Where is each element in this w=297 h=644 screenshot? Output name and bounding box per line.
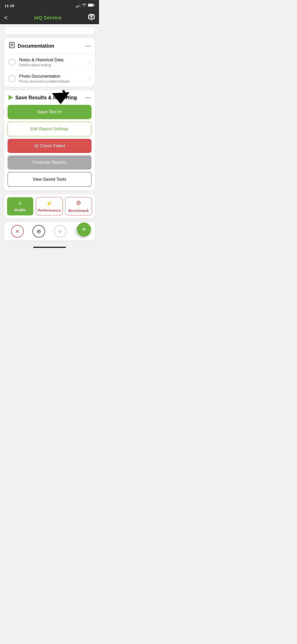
photo-label: Photo Documentation xyxy=(19,74,86,79)
bottom-nav-gauge[interactable] xyxy=(31,225,46,238)
nav-bar: < mQ Service xyxy=(0,11,99,24)
back-button[interactable]: < xyxy=(4,14,8,21)
nav-title: mQ Service xyxy=(34,15,61,21)
battery-icon xyxy=(88,3,94,8)
save-results-collapse[interactable]: — xyxy=(85,94,90,101)
documentation-title: Documentation xyxy=(18,43,54,49)
performance-tab-label: Performance xyxy=(38,208,61,212)
gauge-icon-circle xyxy=(32,225,45,238)
notes-item[interactable]: Notes & Historical Data Details about te… xyxy=(4,54,95,70)
performance-icon: ⚡ xyxy=(46,201,52,207)
benchmark-tab-label: Benchmark xyxy=(68,208,89,213)
documentation-card: Documentation — Notes & Historical Data … xyxy=(4,38,95,87)
svg-rect-2 xyxy=(94,5,94,6)
documentation-collapse-icon[interactable]: — xyxy=(85,43,90,49)
notes-label: Notes & Historical Data xyxy=(19,57,86,62)
tab-performance[interactable]: ⚡ Performance xyxy=(36,197,62,215)
save-results-card: Save Results & Reporting — Save Test In … xyxy=(4,90,95,191)
bottom-nav-signal[interactable] xyxy=(53,225,68,238)
tab-bar-card: ≡ Profile ⚡ Performance Benchmark xyxy=(4,194,95,218)
status-time: 11:19 xyxy=(5,4,14,8)
svg-point-11 xyxy=(77,201,80,205)
fail-icon-circle xyxy=(11,225,24,238)
status-bar: 11:19 xyxy=(0,0,99,11)
svg-point-17 xyxy=(60,232,60,233)
save-results-title: Save Results & Reporting xyxy=(15,95,77,101)
upload-button[interactable] xyxy=(88,14,95,22)
tab-profile[interactable]: ≡ Profile xyxy=(7,197,33,215)
photo-item[interactable]: Photo Documentation Photo document probl… xyxy=(4,70,95,87)
bottom-nav-fail[interactable] xyxy=(10,225,25,238)
save-results-buttons: Save Test In Edit Report Settings QI Che… xyxy=(4,103,95,191)
save-results-header[interactable]: Save Results & Reporting — xyxy=(4,90,95,103)
photo-chevron: › xyxy=(89,76,90,81)
documentation-header[interactable]: Documentation — xyxy=(4,38,95,54)
home-indicator-bar xyxy=(33,247,66,248)
fab-icon: + xyxy=(82,226,86,233)
home-indicator xyxy=(4,244,95,250)
notes-radio[interactable] xyxy=(9,59,16,66)
notes-chevron: › xyxy=(89,60,90,65)
main-content: Documentation — Notes & Historical Data … xyxy=(0,24,99,253)
signal-bars-icon xyxy=(76,4,80,7)
signal-icon-circle xyxy=(54,225,67,238)
svg-point-16 xyxy=(39,231,39,232)
photo-sublabel: Photo document problems/faults xyxy=(19,79,86,83)
wifi-icon xyxy=(82,3,86,8)
documentation-icon xyxy=(9,42,15,50)
view-saved-tests-button[interactable]: View Saved Tests xyxy=(8,172,91,187)
save-test-in-button[interactable]: Save Test In xyxy=(8,105,91,119)
svg-rect-1 xyxy=(88,4,93,6)
top-partial-card xyxy=(4,27,95,34)
profile-icon: ≡ xyxy=(19,201,22,206)
benchmark-icon xyxy=(76,200,81,207)
profile-tab-label: Profile xyxy=(14,208,26,212)
play-icon xyxy=(9,95,13,100)
status-icons xyxy=(76,3,94,8)
fab-button[interactable]: + xyxy=(77,222,91,237)
photo-radio[interactable] xyxy=(9,75,16,82)
svg-point-10 xyxy=(78,202,79,204)
bottom-nav-card: + xyxy=(4,222,95,241)
notes-sublabel: Details about testing xyxy=(19,63,86,67)
tab-benchmark[interactable]: Benchmark xyxy=(65,197,92,215)
qi-check-failed-button[interactable]: QI Check Failed xyxy=(8,139,91,153)
edit-report-settings-button[interactable]: Edit Report Settings xyxy=(8,122,91,136)
generate-reports-button[interactable]: Generate Reports xyxy=(8,155,91,170)
